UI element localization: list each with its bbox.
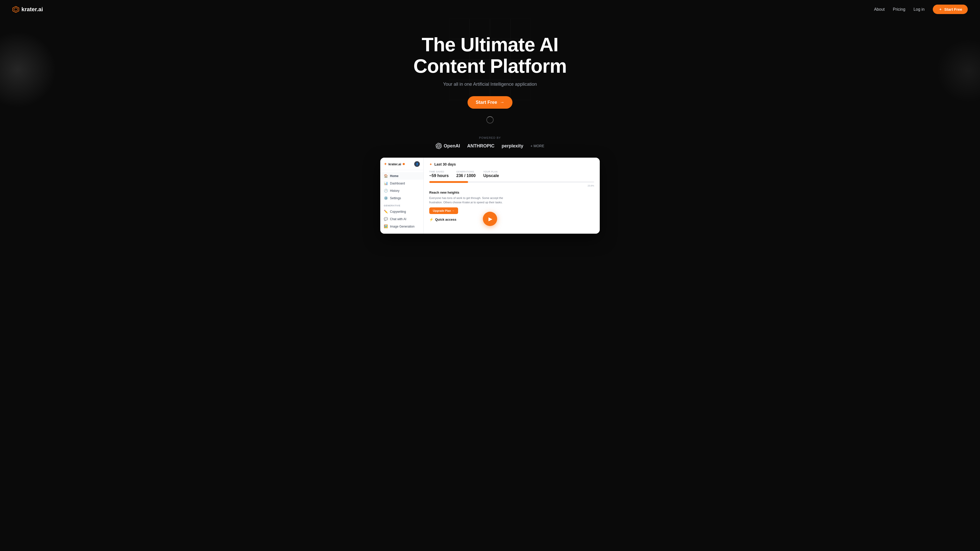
sidebar-logo: ✦ krater.ai 👤 (380, 161, 423, 170)
stat-generations: GENERATIONS 236 / 1000 (456, 170, 476, 178)
perplexity-logo: perplexity (501, 143, 523, 149)
loading-spinner (487, 116, 493, 124)
nav-login[interactable]: Log in (913, 7, 924, 12)
reach-desc: Everyone has tons of work to get through… (429, 196, 511, 204)
avatar-icon: 👤 (416, 163, 418, 165)
image-gen-icon: 🖼️ (384, 224, 388, 228)
plan-value: Upscale (484, 173, 499, 178)
progress-label: 23.6% (429, 184, 594, 187)
play-icon: ▶ (488, 216, 492, 222)
logo-badge (403, 163, 405, 165)
nav-links: About Pricing Log in Start Free (874, 5, 968, 14)
sidebar-item-home[interactable]: 🏠 Home (380, 172, 423, 179)
logo-text: krater.ai (21, 6, 43, 13)
sidebar-copywriting-label: Copywriting (390, 210, 406, 213)
powered-by-section: POWERED BY OpenAI ANTHROPIC perplexity +… (0, 129, 980, 155)
perplexity-label: perplexity (501, 143, 523, 149)
sidebar-settings-label: Settings (390, 197, 401, 200)
time-saved-label: TIME SAVED (429, 170, 449, 173)
play-button[interactable]: ▶ (483, 212, 497, 226)
generations-value: 236 / 1000 (456, 173, 476, 178)
sidebar-item-settings[interactable]: ⚙️ Settings (380, 194, 423, 202)
app-preview: ✦ krater.ai 👤 🏠 Home 📊 Dashboard 🕐 Histo… (375, 158, 605, 233)
settings-icon: ⚙️ (384, 196, 388, 200)
generations-label: GENERATIONS (456, 170, 476, 173)
nav-start-free-button[interactable]: Start Free (933, 5, 968, 14)
openai-label: OpenAI (444, 143, 460, 149)
hero-subtitle: Your all in one Artificial Intelligence … (5, 82, 975, 87)
sidebar-avatar: 👤 (414, 161, 420, 167)
sidebar-dashboard-label: Dashboard (390, 182, 405, 185)
progress-bar-fill (429, 181, 468, 183)
hero-content: The Ultimate AI Content Platform Your al… (5, 34, 975, 124)
quick-access-header: ⚡ Quick access (429, 218, 594, 221)
time-saved-value: ~59 hours (429, 173, 449, 178)
stat-plan: YOUR PLAN Upscale (484, 170, 499, 178)
openai-logo: OpenAI (436, 143, 460, 149)
stats-row: TIME SAVED ~59 hours GENERATIONS 236 / 1… (429, 170, 594, 178)
anthropic-label: ANTHROPIC (467, 143, 494, 149)
sidebar-item-chat[interactable]: 💬 Chat with AI (380, 215, 423, 223)
sidebar-item-history[interactable]: 🕐 History (380, 187, 423, 194)
svg-marker-1 (14, 8, 18, 11)
sidebar-item-image-generation[interactable]: 🖼️ Image Generation (380, 223, 423, 230)
upgrade-plan-button[interactable]: Upgrade Plan → (429, 207, 458, 214)
preview-header-title: Last 30 days (434, 162, 456, 166)
copywriting-icon: ✏️ (384, 210, 388, 213)
preview-main: ✦ Last 30 days TIME SAVED ~59 hours GENE… (424, 158, 600, 233)
hero-title: The Ultimate AI Content Platform (5, 34, 975, 76)
nav-pricing[interactable]: Pricing (893, 7, 905, 12)
openai-icon (436, 143, 442, 149)
sparkle-icon (939, 7, 942, 11)
dashboard-icon: 📊 (384, 181, 388, 185)
quick-access-title: Quick access (435, 218, 456, 221)
hero-section: The Ultimate AI Content Platform Your al… (0, 19, 980, 129)
header-sparkle-icon: ✦ (429, 162, 432, 166)
logo-icon (12, 6, 19, 13)
progress-bar-container (429, 181, 594, 183)
anthropic-logo: ANTHROPIC (467, 143, 494, 149)
preview-sidebar: ✦ krater.ai 👤 🏠 Home 📊 Dashboard 🕐 Histo… (380, 158, 424, 233)
generative-section-label: GENERATIVE (380, 202, 423, 208)
hero-start-free-button[interactable]: Start Free → (468, 96, 512, 109)
stat-time-saved: TIME SAVED ~59 hours (429, 170, 449, 178)
chat-icon: 💬 (384, 217, 388, 221)
sidebar-chat-label: Chat with AI (390, 218, 406, 221)
more-label: + MORE (530, 144, 544, 148)
quick-access-icon: ⚡ (429, 218, 433, 221)
sidebar-history-label: History (390, 189, 399, 192)
home-icon: 🏠 (384, 174, 388, 178)
sidebar-logo-icon: ✦ (384, 162, 387, 166)
plan-label: YOUR PLAN (484, 170, 499, 173)
powered-by-label: POWERED BY (5, 136, 975, 139)
sidebar-image-label: Image Generation (390, 225, 414, 228)
sidebar-home-label: Home (390, 174, 398, 178)
upgrade-label: Upgrade Plan → (433, 209, 455, 212)
navbar: krater.ai About Pricing Log in Start Fre… (0, 0, 980, 19)
sidebar-item-copywriting[interactable]: ✏️ Copywriting (380, 208, 423, 215)
sidebar-item-dashboard[interactable]: 📊 Dashboard (380, 179, 423, 187)
preview-main-header: ✦ Last 30 days (429, 162, 594, 166)
svg-marker-0 (13, 6, 19, 13)
history-icon: 🕐 (384, 189, 388, 192)
sidebar-logo-text: krater.ai (388, 162, 401, 166)
arrow-icon: → (500, 100, 504, 105)
powered-by-logos: OpenAI ANTHROPIC perplexity + MORE (5, 143, 975, 149)
reach-title: Reach new heights (429, 191, 594, 194)
nav-about[interactable]: About (874, 7, 885, 12)
logo[interactable]: krater.ai (12, 6, 43, 13)
